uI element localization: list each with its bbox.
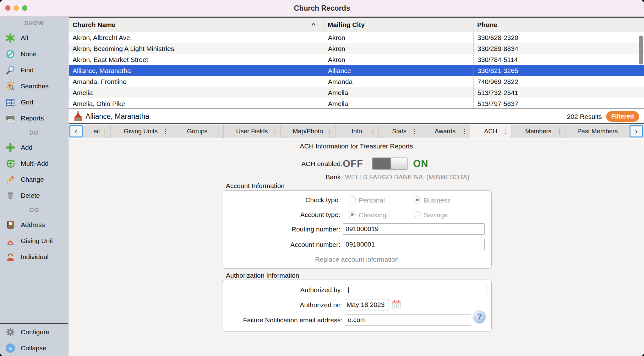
tab-menu-dots-icon[interactable]: ⋮ xyxy=(215,128,221,135)
table-row[interactable]: Amanda, Frontline Amanda 740/969-2822 xyxy=(69,76,644,87)
title-bar: Church Records xyxy=(0,0,644,17)
configure-button[interactable]: Configure xyxy=(0,324,68,340)
magnifier-icon xyxy=(5,65,16,75)
column-header-mailing-city[interactable]: Mailing City xyxy=(324,18,473,32)
table-scrollbar-thumb[interactable] xyxy=(639,36,643,64)
tab-email-partial[interactable]: ail⋮ xyxy=(83,125,111,138)
tab-scroll-left-button[interactable]: ‹ xyxy=(69,125,83,137)
sidebar-item-individual[interactable]: Individual xyxy=(0,249,68,265)
tab-stats[interactable]: Stats⋮ xyxy=(379,125,420,138)
authorized-by-input[interactable] xyxy=(345,284,487,295)
sidebar-item-giving-unit[interactable]: Giving Unit xyxy=(0,233,68,249)
sidebar-item-label: Individual xyxy=(21,253,49,261)
sidebar-item-searches[interactable]: Searches xyxy=(0,78,68,94)
sidebar-item-label: Collapse xyxy=(21,344,46,352)
tab-awards[interactable]: Awards⋮ xyxy=(420,125,470,138)
table-row[interactable]: Amelia, Ohio Pike Amelia 513/797-5837 xyxy=(69,98,644,109)
record-tab-bar: ‹ ail⋮ Giving Units⋮ Groups⋮ User Fields… xyxy=(69,125,644,138)
bank-value: WELLS FARGO BANK NA (MINNESOTA) xyxy=(345,173,565,181)
column-header-phone[interactable]: Phone xyxy=(473,18,644,32)
column-header-church-name[interactable]: Church Name ^ xyxy=(69,18,324,32)
person-laptop-icon xyxy=(5,236,16,246)
radio-savings-label: Savings xyxy=(424,211,447,219)
authorized-by-label: Authorized by: xyxy=(69,286,342,294)
printer-icon xyxy=(5,113,16,124)
sidebar-footer: Configure « Collapse xyxy=(0,323,68,356)
routing-number-input[interactable] xyxy=(343,223,485,235)
church-table: Church Name ^ Mailing City Phone Akron, … xyxy=(69,17,644,109)
tab-menu-dots-icon[interactable]: ⋮ xyxy=(327,128,333,135)
table-row[interactable]: Akron, Becoming A Light Ministries Akron… xyxy=(69,43,644,54)
radio-business[interactable] xyxy=(414,196,421,203)
sidebar-item-address[interactable]: Address xyxy=(0,217,68,233)
sidebar-item-multi-add[interactable]: Multi-Add xyxy=(0,155,68,171)
tab-menu-dots-icon[interactable]: ⋮ xyxy=(462,128,467,135)
failure-email-input[interactable] xyxy=(345,314,471,325)
tab-menu-dots-icon[interactable]: ⋮ xyxy=(503,128,509,135)
failure-email-label: Failure Notification email address: xyxy=(69,316,342,324)
ach-panel: ACH Information for Treasurer Reports AC… xyxy=(69,139,644,356)
sidebar-item-label: Add xyxy=(21,144,32,151)
gear-icon xyxy=(5,327,16,337)
tab-menu-dots-icon[interactable]: ⋮ xyxy=(557,128,563,135)
tab-scroll-right-button[interactable]: › xyxy=(630,125,643,137)
tab-menu-dots-icon[interactable]: ⋮ xyxy=(370,128,376,135)
collapse-button[interactable]: « Collapse xyxy=(0,340,68,356)
table-row[interactable]: Akron, East Market Street Akron 330/784-… xyxy=(69,54,644,65)
results-count: 202 Results xyxy=(567,113,602,120)
tab-groups[interactable]: Groups⋮ xyxy=(171,125,224,138)
sidebar-item-label: Configure xyxy=(21,328,49,336)
sort-ascending-icon[interactable]: ^ xyxy=(311,22,315,28)
toggle-on-label: ON xyxy=(413,158,428,170)
tab-menu-dots-icon[interactable]: ⋮ xyxy=(272,128,278,135)
toggle-off-label: OFF xyxy=(343,158,363,170)
sidebar-item-reports[interactable]: Reports xyxy=(0,110,68,126)
sidebar-item-add[interactable]: Add xyxy=(0,139,68,155)
sidebar-item-find[interactable]: Find xyxy=(0,62,68,78)
authorization-section-title: Authorization Information xyxy=(226,272,299,279)
table-row-selected[interactable]: Alliance, Maranatha Alliance 330/821-326… xyxy=(69,65,644,76)
radio-personal[interactable] xyxy=(349,196,356,203)
tab-menu-dots-icon[interactable]: ⋮ xyxy=(412,128,418,135)
calendar-icon[interactable] xyxy=(392,300,401,310)
tab-map-photo[interactable]: Map/Photo⋮ xyxy=(281,125,336,138)
routing-number-label: Routing number: xyxy=(69,225,340,233)
church-icon xyxy=(74,111,82,122)
sidebar-item-change[interactable]: Change xyxy=(0,171,68,187)
bank-label: Bank: xyxy=(69,173,342,181)
check-type-label: Check type: xyxy=(69,196,340,204)
sidebar-item-grid[interactable]: Grid xyxy=(0,94,68,110)
tab-past-members[interactable]: Past Members xyxy=(565,125,630,138)
tab-menu-dots-icon[interactable]: ⋮ xyxy=(163,128,168,135)
sidebar: SHOW All None Find Searches xyxy=(0,17,68,356)
ach-enabled-toggle[interactable] xyxy=(372,158,407,170)
replace-account-link[interactable]: Replace account information xyxy=(222,256,492,263)
tab-giving-units[interactable]: Giving Units⋮ xyxy=(111,125,171,138)
filtered-badge: Filtered xyxy=(606,111,639,122)
authorized-on-input[interactable] xyxy=(345,299,389,310)
help-icon[interactable]: ? xyxy=(473,310,486,323)
authorized-on-label: Authorized on: xyxy=(69,301,342,309)
table-row[interactable]: Amelia Amelia 513/732-2541 xyxy=(69,87,644,98)
ach-enabled-label: ACH enabled: xyxy=(69,160,342,168)
sidebar-item-delete[interactable]: Delete xyxy=(0,187,68,203)
radio-savings[interactable] xyxy=(414,211,421,218)
tab-user-fields[interactable]: User Fields⋮ xyxy=(224,125,281,138)
account-section-title: Account Information xyxy=(226,182,285,190)
sidebar-item-all[interactable]: All xyxy=(0,30,68,46)
tab-menu-dots-icon[interactable]: ⋮ xyxy=(102,128,108,135)
sidebar-item-none[interactable]: None xyxy=(0,46,68,62)
tab-info[interactable]: Info⋮ xyxy=(336,125,379,138)
sidebar-item-label: Address xyxy=(21,221,45,229)
account-number-input[interactable] xyxy=(343,239,485,250)
sidebar-section-do: DO xyxy=(0,126,68,139)
toggle-knob xyxy=(390,158,407,169)
sidebar-item-label: Find xyxy=(21,66,34,74)
radio-checking[interactable] xyxy=(349,211,356,218)
scroll-search-icon xyxy=(5,81,16,92)
table-row[interactable]: Akron, Albrecht Ave. Akron 330/628-2320 xyxy=(69,32,644,43)
tab-ach-active[interactable]: ACH⋮ xyxy=(470,125,511,138)
tab-members[interactable]: Members⋮ xyxy=(511,125,565,138)
sidebar-item-label: All xyxy=(21,34,28,42)
person-icon xyxy=(5,252,16,262)
